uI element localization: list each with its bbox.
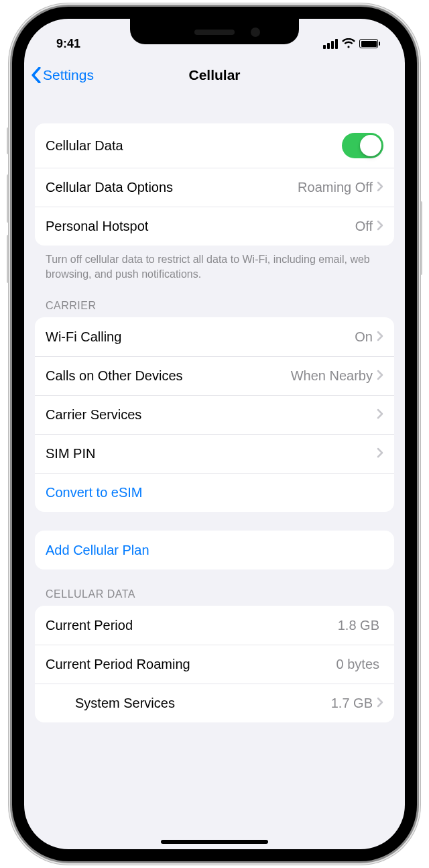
screen: 9:41 Settings Cellular [24, 19, 405, 849]
wifi-calling-value: On [355, 329, 373, 345]
cellular-data-options-value: Roaming Off [298, 180, 373, 195]
chevron-right-icon [377, 696, 383, 711]
chevron-right-icon [377, 329, 383, 345]
volume-up-button [7, 174, 11, 223]
current-period-roaming-row: Current Period Roaming 0 bytes [35, 645, 394, 684]
back-label: Settings [43, 67, 94, 83]
calls-other-devices-row[interactable]: Calls on Other Devices When Nearby [35, 356, 394, 395]
personal-hotspot-label: Personal Hotspot [46, 219, 355, 234]
home-indicator[interactable] [161, 840, 268, 844]
cellular-data-row[interactable]: Cellular Data [35, 123, 394, 168]
personal-hotspot-row[interactable]: Personal Hotspot Off [35, 207, 394, 246]
section1-footer: Turn off cellular data to restrict all d… [35, 246, 394, 281]
cellular-data-options-label: Cellular Data Options [46, 180, 298, 195]
carrier-services-row[interactable]: Carrier Services [35, 395, 394, 434]
current-period-value: 1.8 GB [338, 618, 379, 633]
wifi-icon [342, 38, 355, 49]
cellular-data-label: Cellular Data [46, 138, 342, 154]
wifi-calling-row[interactable]: Wi-Fi Calling On [35, 317, 394, 356]
nav-bar: Settings Cellular [24, 56, 405, 94]
wifi-calling-label: Wi-Fi Calling [46, 329, 355, 345]
convert-to-esim-row[interactable]: Convert to eSIM [35, 473, 394, 512]
cellular-data-usage-header: Cellular Data [35, 588, 394, 606]
add-cellular-plan-label: Add Cellular Plan [46, 543, 383, 558]
system-services-value: 1.7 GB [331, 696, 373, 711]
cellular-data-options-row[interactable]: Cellular Data Options Roaming Off [35, 168, 394, 207]
iphone-frame: 9:41 Settings Cellular [12, 7, 417, 861]
volume-down-button [7, 235, 11, 283]
cellular-data-toggle[interactable] [342, 133, 383, 158]
notch [130, 19, 299, 44]
current-period-row: Current Period 1.8 GB [35, 606, 394, 645]
personal-hotspot-value: Off [355, 219, 373, 234]
status-time: 9:41 [44, 37, 80, 51]
back-button[interactable]: Settings [31, 67, 94, 83]
current-period-roaming-label: Current Period Roaming [46, 657, 336, 672]
mute-switch [7, 127, 11, 154]
cellular-signal-icon [323, 39, 338, 49]
chevron-right-icon [377, 446, 383, 462]
battery-icon [359, 39, 378, 48]
chevron-right-icon [377, 368, 383, 384]
convert-to-esim-label: Convert to eSIM [46, 485, 383, 500]
system-services-row[interactable]: System Services 1.7 GB [35, 684, 394, 722]
side-button [418, 201, 422, 275]
calls-other-devices-label: Calls on Other Devices [46, 368, 291, 384]
chevron-right-icon [377, 180, 383, 195]
chevron-right-icon [377, 407, 383, 423]
add-cellular-plan-row[interactable]: Add Cellular Plan [35, 531, 394, 569]
current-period-label: Current Period [46, 618, 338, 633]
carrier-header: Carrier [35, 300, 394, 317]
system-services-label: System Services [75, 696, 331, 711]
chevron-left-icon [31, 67, 42, 83]
chevron-right-icon [377, 219, 383, 234]
current-period-roaming-value: 0 bytes [336, 657, 379, 672]
sim-pin-label: SIM PIN [46, 446, 377, 462]
sim-pin-row[interactable]: SIM PIN [35, 434, 394, 473]
calls-other-devices-value: When Nearby [291, 368, 373, 384]
carrier-services-label: Carrier Services [46, 407, 377, 423]
settings-content[interactable]: Cellular Data Cellular Data Options Roam… [24, 94, 405, 849]
